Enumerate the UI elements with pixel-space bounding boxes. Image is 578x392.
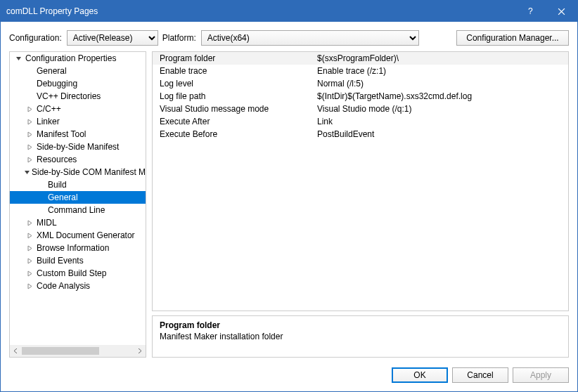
tree-item-label: C/C++ [35, 104, 61, 114]
expander-closed-icon[interactable] [24, 283, 35, 289]
tree-item[interactable]: Side-by-Side COM Manifest Maker [10, 166, 146, 178]
tree-item-label: MIDL [35, 218, 57, 228]
description-text: Manifest Maker installation folder [160, 332, 561, 341]
property-value[interactable]: $(sxsProgramFolder)\ [314, 53, 568, 63]
tree-item-label: General [35, 66, 67, 76]
tree-item[interactable]: General [10, 191, 146, 204]
property-row[interactable]: Visual Studio message modeVisual Studio … [153, 103, 568, 115]
property-name: Log level [153, 79, 314, 89]
scroll-right-icon[interactable] [134, 345, 146, 357]
close-icon[interactable] [546, 1, 577, 22]
property-name: Visual Studio message mode [153, 104, 314, 114]
configuration-select[interactable]: Active(Release) [67, 30, 158, 46]
property-row[interactable]: Log file path$(IntDir)$(TargetName).sxs3… [153, 90, 568, 103]
property-name: Log file path [153, 91, 314, 101]
property-name: Execute After [153, 117, 314, 126]
description-title: Program folder [160, 320, 561, 330]
titlebar: comDLL Property Pages ? [1, 1, 577, 22]
apply-button[interactable]: Apply [513, 367, 569, 383]
configuration-bar: Configuration: Active(Release) Platform:… [1, 22, 577, 51]
tree-item[interactable]: Linker [10, 115, 146, 128]
expander-open-icon[interactable] [13, 55, 24, 62]
tree-item-label: Manifest Tool [35, 129, 86, 139]
help-icon[interactable]: ? [514, 1, 546, 22]
property-row[interactable]: Execute BeforePostBuildEvent [153, 128, 568, 141]
scroll-left-icon[interactable] [10, 345, 22, 357]
configuration-label: Configuration: [9, 33, 62, 43]
tree-item[interactable]: Custom Build Step [10, 267, 146, 280]
tree-item-label: Side-by-Side Manifest [35, 142, 119, 152]
platform-label: Platform: [162, 33, 196, 43]
description-pane: Program folder Manifest Maker installati… [152, 315, 569, 358]
tree-item[interactable]: Browse Information [10, 242, 146, 254]
expander-open-icon[interactable] [24, 169, 30, 176]
property-value[interactable]: $(IntDir)$(TargetName).sxs32cmd.def.log [314, 91, 568, 101]
expander-closed-icon[interactable] [24, 258, 35, 264]
property-row[interactable]: Execute AfterLink [153, 115, 568, 128]
tree-item-label: Build Events [35, 256, 84, 266]
tree-item[interactable]: Side-by-Side Manifest [10, 141, 146, 153]
tree-item-label: Command Line [46, 205, 105, 215]
tree-item[interactable]: C/C++ [10, 103, 146, 115]
tree-item-label: Debugging [35, 79, 77, 89]
property-value[interactable]: Link [314, 117, 568, 126]
property-name: Program folder [153, 53, 314, 63]
expander-closed-icon[interactable] [24, 119, 35, 125]
property-name: Execute Before [153, 129, 314, 139]
horizontal-scrollbar[interactable] [10, 345, 146, 357]
tree-item-label: VC++ Directories [35, 91, 101, 101]
svg-text:?: ? [528, 7, 533, 15]
tree-item-label: Side-by-Side COM Manifest Maker [30, 167, 146, 177]
ok-button[interactable]: OK [392, 367, 448, 383]
tree-item-label: Resources [35, 155, 77, 164]
expander-closed-icon[interactable] [24, 245, 35, 251]
tree-item[interactable]: Build Events [10, 254, 146, 267]
tree-root[interactable]: Configuration Properties [10, 52, 146, 65]
expander-closed-icon[interactable] [24, 106, 35, 112]
property-name: Enable trace [153, 66, 314, 76]
tree-item[interactable]: Code Analysis [10, 280, 146, 292]
tree-item-label: XML Document Generator [35, 230, 135, 240]
property-value[interactable]: Visual Studio mode (/q:1) [314, 104, 568, 114]
property-value[interactable]: PostBuildEvent [314, 129, 568, 139]
cancel-button[interactable]: Cancel [452, 367, 508, 383]
property-grid[interactable]: Program folder$(sxsProgramFolder)\Enable… [152, 51, 569, 311]
tree-item-label: Custom Build Step [35, 268, 106, 278]
tree-item[interactable]: Resources [10, 153, 146, 166]
tree-item[interactable]: Debugging [10, 77, 146, 90]
property-row[interactable]: Enable traceEnable trace (/z:1) [153, 65, 568, 77]
expander-closed-icon[interactable] [24, 220, 35, 226]
tree-item-label: General [46, 192, 78, 202]
scrollbar-thumb[interactable] [22, 347, 99, 355]
tree-item-label: Linker [35, 117, 60, 126]
tree-item-label: Browse Information [35, 243, 109, 253]
tree-item[interactable]: XML Document Generator [10, 229, 146, 242]
tree-item-label: Build [46, 180, 67, 190]
property-row[interactable]: Program folder$(sxsProgramFolder)\ [153, 52, 568, 65]
property-value[interactable]: Enable trace (/z:1) [314, 66, 568, 76]
categories-tree[interactable]: Configuration PropertiesGeneralDebugging… [9, 51, 146, 358]
window-title: comDLL Property Pages [6, 6, 514, 16]
expander-closed-icon[interactable] [24, 144, 35, 150]
property-value[interactable]: Normal (/l:5) [314, 79, 568, 89]
platform-select[interactable]: Active(x64) [201, 30, 419, 46]
tree-item[interactable]: Build [10, 178, 146, 191]
tree-item[interactable]: Command Line [10, 204, 146, 216]
expander-closed-icon[interactable] [24, 157, 35, 163]
expander-closed-icon[interactable] [24, 131, 35, 138]
tree-item[interactable]: Manifest Tool [10, 128, 146, 141]
tree-item-label: Code Analysis [35, 281, 90, 291]
expander-closed-icon[interactable] [24, 233, 35, 239]
tree-item[interactable]: MIDL [10, 216, 146, 229]
dialog-buttons: OK Cancel Apply [1, 363, 577, 391]
tree-item[interactable]: VC++ Directories [10, 90, 146, 103]
expander-closed-icon[interactable] [24, 270, 35, 277]
tree-item[interactable]: General [10, 65, 146, 77]
property-row[interactable]: Log levelNormal (/l:5) [153, 77, 568, 90]
configuration-manager-button[interactable]: Configuration Manager... [456, 30, 569, 46]
